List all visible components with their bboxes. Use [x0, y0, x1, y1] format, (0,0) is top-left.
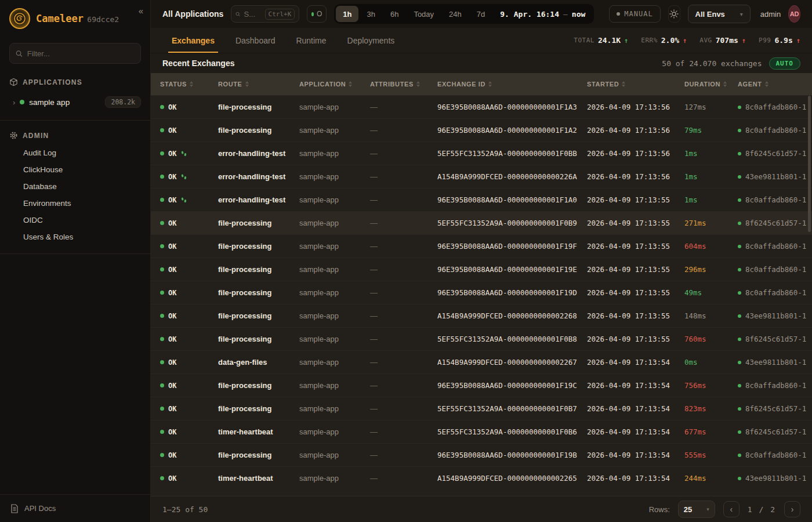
- agent-status-dot: [738, 222, 741, 225]
- status-label: OK: [168, 266, 176, 274]
- attributes-cell: —: [361, 195, 428, 204]
- theme-toggle-button[interactable]: [668, 5, 680, 23]
- table-row[interactable]: OK file-processing sample-app — 5EF55FC3…: [151, 397, 812, 420]
- tab[interactable]: Exchanges: [172, 28, 215, 53]
- table-row[interactable]: OK timer-heartbeat sample-app — A154B9A9…: [151, 466, 812, 490]
- attributes-cell: —: [361, 381, 428, 390]
- tab[interactable]: Runtime: [296, 28, 326, 53]
- online-status-button[interactable]: O: [307, 5, 327, 23]
- agent-status-dot: [738, 245, 741, 248]
- table-row[interactable]: OK error-handling-test sample-app — 5EF5…: [151, 142, 812, 165]
- table-row[interactable]: OK file-processing sample-app — A154B9A9…: [151, 304, 812, 327]
- column-header[interactable]: DURATION: [675, 81, 728, 88]
- route-cell: file-processing: [209, 126, 290, 135]
- duration-cell: 604ms: [675, 242, 728, 251]
- column-header[interactable]: EXCHANGE ID: [428, 81, 578, 88]
- sidebar-filter[interactable]: [9, 43, 141, 64]
- stat: P99 6.9s ↑: [759, 36, 800, 45]
- sidebar-admin-item[interactable]: ClickHouse: [0, 161, 150, 178]
- time-range-button[interactable]: Today: [407, 6, 441, 22]
- tab[interactable]: Dashboard: [235, 28, 276, 53]
- status-ok-dot: [160, 407, 164, 411]
- table-row[interactable]: OK data-gen-files sample-app — A154B9A99…: [151, 350, 812, 374]
- sidebar-collapse-icon[interactable]: «: [139, 6, 143, 16]
- status-ok-dot: [160, 198, 164, 202]
- column-header[interactable]: APPLICATION: [290, 81, 361, 88]
- sidebar-admin-item[interactable]: Database: [0, 178, 150, 195]
- sidebar-item-sample-app[interactable]: › sample app 208.2k: [0, 92, 150, 112]
- time-range-button[interactable]: 6h: [383, 6, 405, 22]
- sidebar-admin-item[interactable]: OIDC: [0, 212, 150, 229]
- api-docs-link[interactable]: API Docs: [24, 504, 56, 513]
- rows-per-page-select[interactable]: 25 ▾: [678, 501, 715, 518]
- exchange-id-cell: A154B9A999DFCED-000000000000226A: [428, 172, 578, 181]
- column-header[interactable]: AGENT: [728, 81, 812, 88]
- table-row[interactable]: OK timer-heartbeat sample-app — 5EF55FC3…: [151, 420, 812, 443]
- time-range-button[interactable]: 1h: [336, 6, 358, 22]
- started-cell: 2026-04-09 17:13:54: [578, 381, 675, 390]
- time-range-display[interactable]: 9. Apr. 16:14 – now: [493, 10, 592, 19]
- column-label: AGENT: [738, 81, 762, 88]
- duration-cell: 555ms: [675, 451, 728, 459]
- stat-label: TOTAL: [574, 37, 594, 44]
- route-cell: file-processing: [209, 335, 290, 343]
- auto-refresh-badge[interactable]: AUTO: [769, 57, 801, 70]
- status-label: OK: [168, 289, 176, 297]
- recent-exchanges-header: Recent Exchanges 50 of 24.070 exchanges …: [151, 53, 812, 73]
- column-header[interactable]: ATTRIBUTES: [361, 81, 428, 88]
- sidebar-footer[interactable]: API Docs: [0, 494, 150, 522]
- column-header[interactable]: ROUTE: [209, 81, 290, 88]
- application-cell: sample-app: [290, 335, 361, 343]
- search-icon: [16, 50, 23, 57]
- table-row[interactable]: OK file-processing sample-app — 96E395B0…: [151, 374, 812, 397]
- env-select[interactable]: All Envs ▾: [688, 5, 751, 23]
- table-row[interactable]: OK error-handling-test sample-app — 96E3…: [151, 188, 812, 211]
- manual-refresh-button[interactable]: MANUAL: [609, 5, 660, 23]
- table-row[interactable]: OK file-processing sample-app — 96E395B0…: [151, 95, 812, 118]
- status-label: OK: [168, 358, 176, 367]
- scrollbar-thumb[interactable]: [808, 96, 811, 232]
- application-cell: sample-app: [290, 288, 361, 297]
- section-title: Recent Exchanges: [162, 59, 235, 68]
- sidebar-admin-item[interactable]: Users & Roles: [0, 229, 150, 245]
- application-cell: sample-app: [290, 126, 361, 135]
- agent-status-dot: [738, 129, 741, 132]
- agent-cell: 43ee9811b801-1: [728, 474, 812, 483]
- sidebar-admin-item[interactable]: Environments: [0, 195, 150, 212]
- table-row[interactable]: OK error-handling-test sample-app — A154…: [151, 165, 812, 188]
- status-ok-dot: [160, 453, 164, 457]
- table-row[interactable]: OK file-processing sample-app — 96E395B0…: [151, 234, 812, 258]
- route-cell: error-handling-test: [209, 149, 290, 158]
- expand-chevron-icon[interactable]: ›: [13, 98, 15, 107]
- prev-page-button[interactable]: ‹: [723, 501, 740, 517]
- started-cell: 2026-04-09 17:13:56: [578, 103, 675, 111]
- time-range-button[interactable]: 3h: [360, 6, 382, 22]
- table-row[interactable]: OK file-processing sample-app — 96E395B0…: [151, 118, 812, 142]
- stat: ERR% 2.0% ↑: [641, 36, 687, 45]
- started-cell: 2026-04-09 17:13:55: [578, 219, 675, 227]
- next-page-button[interactable]: ›: [784, 501, 800, 517]
- table-row[interactable]: OK file-processing sample-app — 96E395B0…: [151, 281, 812, 304]
- column-header[interactable]: STATUS: [151, 81, 209, 88]
- time-range-button[interactable]: 7d: [470, 6, 492, 22]
- table-row[interactable]: OK file-processing sample-app — 5EF55FC3…: [151, 327, 812, 350]
- table-row[interactable]: OK file-processing sample-app — 96E395B0…: [151, 443, 812, 466]
- agent-cell: 8f6245c61d57-1: [728, 335, 812, 343]
- avatar[interactable]: AD: [788, 5, 800, 23]
- agent-cell: 8c0affadb860-1: [728, 288, 812, 297]
- global-search[interactable]: Ctrl+K: [231, 5, 299, 23]
- agent-status-dot: [738, 361, 741, 364]
- table-footer: 1–25 of 50 Rows: 25 ▾ ‹ 1 / 2 ›: [151, 496, 812, 522]
- time-range-button[interactable]: 24h: [442, 6, 469, 22]
- search-input[interactable]: [244, 10, 262, 19]
- trend-arrow-icon: ↑: [796, 37, 800, 45]
- column-header[interactable]: STARTED: [578, 81, 675, 88]
- exchange-id-cell: 96E395B0088AA6D-000000000001F1A2: [428, 126, 578, 135]
- agent-cell: 8c0affadb860-1: [728, 195, 812, 204]
- sidebar-admin-item[interactable]: Audit Log: [0, 144, 150, 161]
- admin-section-label: ADMIN: [23, 132, 49, 140]
- filter-input[interactable]: [27, 49, 135, 58]
- tab[interactable]: Deployments: [347, 28, 395, 53]
- table-row[interactable]: OK file-processing sample-app — 96E395B0…: [151, 258, 812, 281]
- table-row[interactable]: OK file-processing sample-app — 5EF55FC3…: [151, 211, 812, 234]
